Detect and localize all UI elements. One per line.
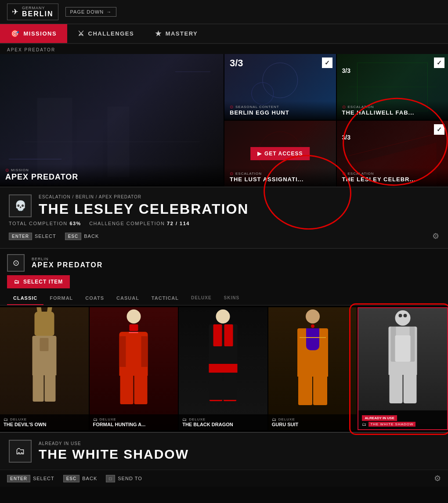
outfit-tab-coats[interactable]: Coats xyxy=(79,292,110,305)
select-item-icon: 🗂 xyxy=(14,279,20,285)
outfit-card-white-shadow[interactable]: Already In Use 🗂 The White Shadow xyxy=(358,307,448,430)
outfit-tier-white-shadow: 🗂 The White Shadow xyxy=(362,422,444,427)
outfit-tabs: Classic Formal Coats Casual Tactical Del… xyxy=(0,292,448,305)
outfit-name-guru: Guru Suit xyxy=(272,422,354,428)
outfits-section: ⊙ Berlin Apex Predator 🗂 Select Item Cla… xyxy=(0,249,448,487)
location-sub: Germany xyxy=(22,6,54,10)
outfit-tab-casual[interactable]: Casual xyxy=(110,292,145,305)
bottom-controls: Enter Select Esc Back □ Send To ⚙ xyxy=(0,470,448,487)
outfit-card-devils-own[interactable]: 🗂 Deluxe The Devil's Own xyxy=(0,307,89,430)
outfit-icon-glyph: 🗂 xyxy=(15,446,25,457)
challenge-completion-value: 72 / 114 xyxy=(167,221,190,226)
location-badge[interactable]: ✈ Germany Berlin xyxy=(7,4,58,20)
outfit-bg-devils xyxy=(0,307,89,430)
mission-info-halliwell: ⊙ Escalation The Halliwell Fab... xyxy=(337,101,448,120)
mission-card-apex-predator[interactable]: ⊙ Mission Apex Predator xyxy=(0,54,224,186)
mission-card-halliwell[interactable]: ✓ 3/3 ⊙ Escalation The Halliwell Fab... xyxy=(337,54,448,120)
mission-info-satu: ⊙ Escalation The Lesley Celebr... xyxy=(337,168,448,187)
ctrl-select: Enter Select xyxy=(9,233,56,240)
ctrl-back: Esc Back xyxy=(65,233,99,240)
escalation-icon-lust: ⊙ xyxy=(230,171,234,176)
arrow-icon-lust: ▶ xyxy=(257,151,262,157)
ctrl-enter-key: Enter xyxy=(9,233,32,240)
progress-halliwell: 3/3 xyxy=(342,67,350,74)
outfits-location-name: Apex Predator xyxy=(32,261,103,269)
outfit-label-guru: 🗂 Deluxe Guru Suit xyxy=(268,414,357,430)
ctrl-select-outfit: Enter Select xyxy=(7,475,54,482)
location-name: Berlin xyxy=(22,10,54,18)
outfit-in-use-badge: Already In Use xyxy=(362,415,397,421)
ctrl-back-outfit-label: Back xyxy=(82,476,97,481)
outfit-label-devils: 🗂 Deluxe The Devil's Own xyxy=(0,414,89,430)
outfits-location-icon: ⊙ xyxy=(7,254,25,272)
get-access-btn-lust[interactable]: ▶ Get Access xyxy=(250,147,310,160)
mission-name-lust: The Lust Assignati... xyxy=(230,176,331,183)
mission-detail-stats: TOTAL COMPLETION 63% CHALLENGE COMPLETIO… xyxy=(9,221,439,226)
mission-name-eggs: Berlin Egg Hunt xyxy=(230,109,331,116)
outfit-tier-formal: 🗂 Deluxe xyxy=(93,417,175,422)
escalation-icon-halliwell: ⊙ xyxy=(342,104,346,109)
outfit-tab-skins[interactable]: Skins xyxy=(218,292,246,305)
tab-missions[interactable]: 🎯 Missions xyxy=(0,24,67,43)
page-down-label: Page Down xyxy=(70,9,104,14)
ctrl-back-label: Back xyxy=(84,234,99,239)
mission-name-satu: The Lesley Celebr... xyxy=(342,176,443,183)
outfit-card-guru[interactable]: 🗂 Deluxe Guru Suit xyxy=(268,307,357,430)
progress-egg-hunt: 3/3 xyxy=(230,57,243,69)
select-item-label: Select Item xyxy=(23,279,63,285)
outfit-tab-tactical[interactable]: Tactical xyxy=(145,292,185,305)
tab-challenges-label: Challenges xyxy=(88,30,134,37)
mission-type-label-lust: Escalation xyxy=(235,172,262,176)
outfit-bg-formal xyxy=(90,307,178,430)
select-item-button[interactable]: 🗂 Select Item xyxy=(7,275,70,288)
missions-container: ⊙ Mission Apex Predator ✓ 3/3 xyxy=(0,54,448,187)
mission-name-halliwell: The Halliwell Fab... xyxy=(342,109,443,116)
mission-info-lust: ⊙ Escalation The Lust Assignati... xyxy=(224,168,336,187)
mission-card-satu[interactable]: ✓ 3/3 ⊙ Escalation The Lesley Celebr... xyxy=(337,121,448,187)
outfit-tab-deluxe[interactable]: Deluxe xyxy=(185,292,218,305)
ctrl-select-label: Select xyxy=(35,234,56,239)
outfit-detail-icon: 🗂 xyxy=(9,440,32,463)
arrow-right-icon: → xyxy=(106,9,112,14)
outfit-card-formal-hunting[interactable]: 🗂 Deluxe Formal Hunting A... xyxy=(90,307,178,430)
seasonal-icon-eggs: ⊙ xyxy=(230,104,234,109)
target-icon-outfits: ⊙ xyxy=(13,258,19,268)
outfit-detail-title: The White Shadow xyxy=(39,447,189,462)
ctrl-enter-key-outfit: Enter xyxy=(7,475,30,482)
page-down-button[interactable]: Page Down → xyxy=(65,7,117,17)
progress-satu: 3/3 xyxy=(342,134,350,141)
outfit-bg-guru xyxy=(268,307,357,430)
escalation-icon-satu: ⊙ xyxy=(342,171,346,176)
tab-challenges[interactable]: ⚔ Challenges xyxy=(67,24,145,43)
outfits-location-sub: Berlin xyxy=(32,257,103,261)
outfits-header: ⊙ Berlin Apex Predator xyxy=(0,249,448,275)
ctrl-select-outfit-label: Select xyxy=(33,476,54,481)
tab-mastery[interactable]: ★ Mastery xyxy=(145,24,208,43)
settings-icon-bottom[interactable]: ⚙ xyxy=(434,474,441,483)
mission-type-label-eggs: Seasonal Content xyxy=(235,105,279,109)
outfit-tab-formal[interactable]: Formal xyxy=(43,292,79,305)
mission-card-lust[interactable]: ▶ Get Access ⊙ Escalation The Lust Assig… xyxy=(224,121,336,187)
outfit-bg-dragon xyxy=(179,307,267,430)
mission-info-eggs: ⊙ Seasonal Content Berlin Egg Hunt xyxy=(224,101,336,120)
mastery-icon: ★ xyxy=(155,29,162,38)
mission-card-egg-hunt[interactable]: ✓ 3/3 ⊙ Seasonal Content Berlin Egg Hunt xyxy=(224,54,336,120)
outfit-label-formal: 🗂 Deluxe Formal Hunting A... xyxy=(90,414,178,430)
mission-type-label-apex: Mission xyxy=(11,168,29,172)
ctrl-esc-key: Esc xyxy=(65,233,82,240)
svg-point-4 xyxy=(263,63,298,98)
mission-type-icon-apex: ⊙ xyxy=(5,168,9,172)
ctrl-send-key-outfit: □ xyxy=(106,475,115,482)
outfit-tab-classic[interactable]: Classic xyxy=(7,292,43,305)
controls-bar-missions: Enter Select Esc Back ⚙ xyxy=(9,231,439,241)
total-completion-value: 63% xyxy=(69,221,81,226)
ctrl-back-outfit: Esc Back xyxy=(63,475,98,482)
mission-type-label-halliwell: Escalation xyxy=(348,105,374,109)
ctrl-send-outfit: □ Send To xyxy=(106,475,142,482)
outfit-name-formal: Formal Hunting A... xyxy=(93,422,175,428)
top-bar: ✈ Germany Berlin Page Down → xyxy=(0,0,448,24)
outfit-card-black-dragon[interactable]: 🗂 Deluxe The Black Dragon xyxy=(179,307,267,430)
outfit-tier-guru: 🗂 Deluxe xyxy=(272,417,354,422)
settings-icon[interactable]: ⚙ xyxy=(432,231,439,241)
mission-info-apex: ⊙ Mission Apex Predator xyxy=(0,164,224,186)
